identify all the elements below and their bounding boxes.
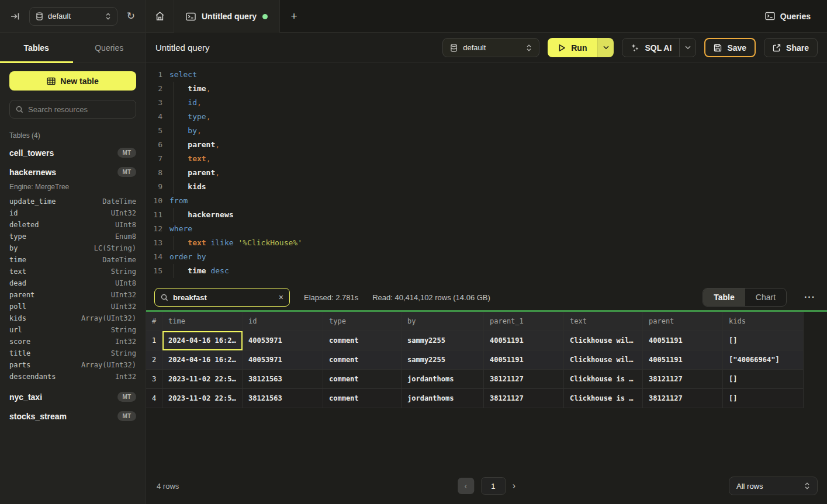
code-line[interactable]: 11 hackernews <box>146 208 827 222</box>
table-cell[interactable]: 38121563 <box>243 389 323 408</box>
table-cell[interactable]: 40051191 <box>643 350 723 370</box>
view-toggle-chart[interactable]: Chart <box>745 289 786 306</box>
code-line[interactable]: 3 id, <box>146 96 827 110</box>
sql-editor[interactable]: 1select2 time,3 id,4 type,5 by,6 parent,… <box>146 63 827 284</box>
table-cell[interactable]: ["40066964"] <box>723 350 804 370</box>
table-cell[interactable]: [] <box>723 370 804 389</box>
queries-link[interactable]: Queries <box>749 0 827 32</box>
table-column-row[interactable]: deletedUInt8 <box>9 219 136 231</box>
table-cell[interactable]: 40051191 <box>484 331 564 350</box>
code-line[interactable]: 8 parent, <box>146 166 827 180</box>
code-line[interactable]: 14order by <box>146 250 827 264</box>
table-column-row[interactable]: byLC(String) <box>9 242 136 254</box>
table-cell[interactable]: 40053971 <box>243 350 323 370</box>
toolbar-database-selector[interactable]: default <box>442 38 539 57</box>
clear-search-button[interactable]: × <box>279 293 283 302</box>
table-column-row[interactable]: pollUInt32 <box>9 301 136 312</box>
table-column-row[interactable]: titleString <box>9 347 136 359</box>
code-line[interactable]: 13 text ilike '%ClickHouse%' <box>146 236 827 250</box>
code-line[interactable]: 7 text, <box>146 152 827 166</box>
sidebar-tab-tables[interactable]: Tables <box>0 33 73 62</box>
table-cell[interactable]: jordanthoms <box>402 370 484 389</box>
table-cell[interactable]: 2024-04-16 16:24… <box>162 331 243 350</box>
table-cell[interactable]: 2024-04-16 16:24… <box>162 350 243 370</box>
column-header[interactable]: type <box>323 312 402 331</box>
code-line[interactable]: 5 by, <box>146 124 827 138</box>
table-cell[interactable]: Clickhouse is a … <box>564 389 643 408</box>
column-header[interactable]: parent_1 <box>484 312 564 331</box>
table-list-item[interactable]: nyc_taxiMT <box>9 387 136 406</box>
table-cell[interactable]: [] <box>723 331 804 350</box>
collapse-sidebar-button[interactable] <box>8 9 22 23</box>
table-cell[interactable]: 2023-11-02 22:56… <box>162 370 243 389</box>
table-cell[interactable]: 2023-11-02 22:56… <box>162 389 243 408</box>
table-cell[interactable]: jordanthoms <box>402 389 484 408</box>
save-button[interactable]: Save <box>704 38 756 57</box>
column-header[interactable]: by <box>402 312 484 331</box>
code-line[interactable]: 15 time desc <box>146 264 827 278</box>
table-column-row[interactable]: descendantsInt32 <box>9 371 136 383</box>
next-page-button[interactable]: › <box>513 481 515 491</box>
table-column-row[interactable]: update_timeDateTime <box>9 196 136 207</box>
table-column-row[interactable]: idUInt32 <box>9 207 136 219</box>
page-size-selector[interactable]: All rows <box>729 477 818 495</box>
new-tab-button[interactable]: + <box>280 0 308 32</box>
run-options-button[interactable] <box>597 38 614 57</box>
results-search-input[interactable] <box>173 293 274 302</box>
table-cell[interactable]: 38121127 <box>484 389 564 408</box>
share-button[interactable]: Share <box>764 38 818 57</box>
code-line[interactable]: 2 time, <box>146 82 827 96</box>
column-header[interactable]: # <box>146 312 162 331</box>
table-cell[interactable]: 38121563 <box>243 370 323 389</box>
table-column-row[interactable]: partsArray(UInt32) <box>9 359 136 371</box>
table-column-row[interactable]: textString <box>9 266 136 277</box>
results-more-button[interactable]: ··· <box>801 290 819 305</box>
table-column-row[interactable]: deadUInt8 <box>9 277 136 289</box>
column-header[interactable]: kids <box>723 312 804 331</box>
column-header[interactable]: text <box>564 312 643 331</box>
table-column-row[interactable]: timeDateTime <box>9 254 136 266</box>
table-cell[interactable]: Clickhouse will … <box>564 331 643 350</box>
table-cell[interactable]: comment <box>323 389 402 408</box>
table-cell[interactable]: Clickhouse is a … <box>564 370 643 389</box>
sql-ai-button[interactable]: SQL AI <box>622 38 696 57</box>
new-table-button[interactable]: New table <box>9 71 136 91</box>
table-cell[interactable]: 38121127 <box>643 389 723 408</box>
table-list-item[interactable]: cell_towersMT <box>9 143 136 162</box>
table-column-row[interactable]: scoreInt32 <box>9 336 136 347</box>
code-line[interactable]: 10from <box>146 194 827 208</box>
view-toggle-table[interactable]: Table <box>703 289 745 306</box>
database-selector[interactable]: default <box>29 7 117 26</box>
table-cell[interactable]: 38121127 <box>643 370 723 389</box>
table-cell[interactable]: [] <box>723 389 804 408</box>
table-cell[interactable]: 38121127 <box>484 370 564 389</box>
results-search[interactable]: × <box>154 288 290 307</box>
tab-untitled-query[interactable]: Untitled query <box>174 0 280 33</box>
run-button[interactable]: Run <box>548 38 597 57</box>
sidebar-tab-queries[interactable]: Queries <box>73 33 146 62</box>
table-column-row[interactable]: urlString <box>9 324 136 336</box>
code-line[interactable]: 9 kids <box>146 180 827 194</box>
code-line[interactable]: 6 parent, <box>146 138 827 152</box>
code-line[interactable]: 12where <box>146 222 827 236</box>
table-cell[interactable]: sammy2255 <box>402 331 484 350</box>
column-header[interactable]: time <box>162 312 243 331</box>
table-cell[interactable]: 40051191 <box>484 350 564 370</box>
code-line[interactable]: 4 type, <box>146 110 827 124</box>
table-cell[interactable]: Clickhouse will … <box>564 350 643 370</box>
table-cell[interactable]: 40051191 <box>643 331 723 350</box>
prev-page-button[interactable]: ‹ <box>458 478 474 494</box>
table-cell[interactable]: comment <box>323 331 402 350</box>
table-list-item[interactable]: hackernewsMT <box>9 162 136 182</box>
table-cell[interactable]: sammy2255 <box>402 350 484 370</box>
sidebar-search[interactable] <box>9 100 136 119</box>
table-list-item[interactable]: stocks_streamMT <box>9 406 136 426</box>
sidebar-search-input[interactable] <box>28 105 130 114</box>
table-column-row[interactable]: parentUInt32 <box>9 289 136 301</box>
column-header[interactable]: parent <box>643 312 723 331</box>
table-column-row[interactable]: typeEnum8 <box>9 231 136 242</box>
page-number[interactable]: 1 <box>481 477 506 495</box>
code-line[interactable]: 1select <box>146 68 827 82</box>
home-button[interactable] <box>146 0 174 32</box>
table-cell[interactable]: comment <box>323 370 402 389</box>
